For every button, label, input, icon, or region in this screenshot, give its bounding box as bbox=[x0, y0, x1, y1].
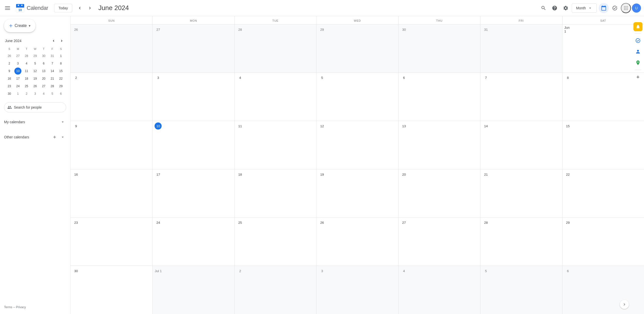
calendar-cell[interactable]: 9 bbox=[70, 121, 152, 169]
calendar-cell[interactable]: 6 bbox=[398, 73, 480, 121]
mini-day[interactable]: 12 bbox=[31, 68, 39, 75]
calendar-date[interactable]: 22 bbox=[564, 171, 571, 178]
mini-day[interactable]: 26 bbox=[6, 52, 13, 59]
calendar-cell[interactable]: 18 bbox=[234, 169, 316, 217]
mini-day[interactable]: 28 bbox=[23, 52, 30, 59]
calendar-cell[interactable]: 23 bbox=[70, 218, 152, 266]
calendar-cell[interactable]: 28 bbox=[234, 24, 316, 73]
calendar-date[interactable]: 26 bbox=[318, 219, 326, 226]
calendar-date[interactable]: 21 bbox=[482, 171, 489, 178]
mini-day[interactable]: 28 bbox=[49, 83, 56, 90]
calendar-cell[interactable]: 12 bbox=[316, 121, 398, 169]
side-contacts-icon[interactable] bbox=[633, 47, 643, 57]
mini-day[interactable]: 25 bbox=[23, 83, 30, 90]
calendar-date[interactable]: 23 bbox=[73, 219, 80, 226]
calendar-date[interactable]: 7 bbox=[482, 74, 489, 81]
calendar-date[interactable]: 27 bbox=[401, 219, 408, 226]
calendar-cell[interactable]: 4 bbox=[234, 73, 316, 121]
mini-day[interactable]: 29 bbox=[31, 52, 39, 59]
mini-day[interactable]: 11 bbox=[23, 68, 30, 75]
calendar-date[interactable]: 18 bbox=[237, 171, 244, 178]
mini-day[interactable]: 4 bbox=[40, 90, 47, 97]
mini-day[interactable]: 17 bbox=[14, 75, 21, 82]
calendar-date[interactable]: 24 bbox=[155, 219, 162, 226]
calendar-cell[interactable]: 22 bbox=[562, 169, 644, 217]
google-apps-button[interactable] bbox=[621, 3, 631, 13]
today-button[interactable]: Today bbox=[54, 4, 72, 12]
search-button[interactable] bbox=[539, 3, 549, 13]
mini-day[interactable]: 6 bbox=[40, 60, 47, 67]
calendar-date[interactable]: 20 bbox=[401, 171, 408, 178]
calendar-cell[interactable]: 20 bbox=[398, 169, 480, 217]
mini-day[interactable]: 5 bbox=[31, 60, 39, 67]
mini-day[interactable]: 14 bbox=[49, 68, 56, 75]
menu-button[interactable] bbox=[3, 4, 12, 12]
calendar-cell[interactable]: Jul 1 bbox=[152, 266, 234, 314]
mini-day[interactable]: 15 bbox=[57, 68, 64, 75]
avatar[interactable]: U bbox=[632, 4, 641, 13]
calendar-date[interactable]: 4 bbox=[401, 267, 408, 274]
create-button[interactable]: + Create ▾ bbox=[4, 19, 35, 32]
calendar-date[interactable]: 25 bbox=[237, 219, 244, 226]
mini-day[interactable]: 10 bbox=[14, 68, 21, 75]
calendar-cell[interactable]: 7 bbox=[480, 73, 562, 121]
calendar-date[interactable]: 30 bbox=[73, 267, 80, 274]
calendar-cell[interactable]: 2 bbox=[234, 266, 316, 314]
mini-day[interactable]: 6 bbox=[57, 90, 64, 97]
mini-day[interactable]: 20 bbox=[40, 75, 47, 82]
terms-link[interactable]: Terms bbox=[4, 305, 12, 309]
mini-day[interactable]: 21 bbox=[49, 75, 56, 82]
calendar-cell[interactable]: 5 bbox=[316, 73, 398, 121]
calendar-cell[interactable]: 17 bbox=[152, 169, 234, 217]
mini-day[interactable]: 3 bbox=[14, 60, 21, 67]
calendar-date[interactable]: 28 bbox=[482, 219, 489, 226]
mini-day[interactable]: 2 bbox=[6, 60, 13, 67]
calendar-cell[interactable]: 11 bbox=[234, 121, 316, 169]
calendar-date[interactable]: 4 bbox=[237, 74, 244, 81]
mini-day[interactable]: 19 bbox=[31, 75, 39, 82]
calendar-cell[interactable]: 10 bbox=[152, 121, 234, 169]
calendar-date[interactable]: 29 bbox=[318, 26, 326, 33]
calendar-date[interactable]: 15 bbox=[564, 122, 571, 130]
mini-day[interactable]: 16 bbox=[6, 75, 13, 82]
calendar-view-button[interactable] bbox=[599, 3, 609, 13]
calendar-cell[interactable]: 26 bbox=[70, 24, 152, 73]
calendar-date[interactable]: 2 bbox=[73, 74, 80, 81]
calendar-date[interactable]: 17 bbox=[155, 171, 162, 178]
calendar-date[interactable]: Jun 1 bbox=[564, 26, 571, 33]
mini-day[interactable]: 7 bbox=[49, 60, 56, 67]
calendar-cell[interactable]: 31 bbox=[480, 24, 562, 73]
my-calendars-collapse-button[interactable] bbox=[59, 118, 66, 125]
calendar-cell[interactable]: 28 bbox=[480, 218, 562, 266]
prev-month-button[interactable] bbox=[75, 4, 84, 13]
side-notification-icon[interactable] bbox=[633, 22, 642, 31]
calendar-cell[interactable]: 2 bbox=[70, 73, 152, 121]
mini-day[interactable]: 1 bbox=[57, 52, 64, 59]
mini-day[interactable]: 27 bbox=[40, 83, 47, 90]
calendar-date[interactable]: 19 bbox=[318, 171, 326, 178]
mini-day[interactable]: 18 bbox=[23, 75, 30, 82]
calendar-cell[interactable]: 4 bbox=[398, 266, 480, 314]
mini-day[interactable]: 30 bbox=[6, 90, 13, 97]
mini-day[interactable]: 23 bbox=[6, 83, 13, 90]
mini-day[interactable]: 1 bbox=[14, 90, 21, 97]
calendar-cell[interactable]: 27 bbox=[398, 218, 480, 266]
calendar-cell[interactable]: 29 bbox=[562, 218, 644, 266]
calendar-date[interactable]: 3 bbox=[155, 74, 162, 81]
calendar-cell[interactable]: 21 bbox=[480, 169, 562, 217]
people-search[interactable]: Search for people bbox=[4, 102, 66, 112]
mini-day[interactable]: 29 bbox=[57, 83, 64, 90]
calendar-date[interactable]: 12 bbox=[318, 122, 326, 130]
calendar-date[interactable]: 28 bbox=[237, 26, 244, 33]
calendar-date[interactable]: 10 bbox=[155, 122, 162, 130]
calendar-cell[interactable]: 25 bbox=[234, 218, 316, 266]
mini-day[interactable]: 2 bbox=[23, 90, 30, 97]
calendar-cell[interactable]: 3 bbox=[152, 73, 234, 121]
mini-day[interactable]: 5 bbox=[49, 90, 56, 97]
help-button[interactable] bbox=[550, 3, 560, 13]
calendar-cell[interactable]: 3 bbox=[316, 266, 398, 314]
calendar-date[interactable]: 8 bbox=[564, 74, 571, 81]
tasks-view-button[interactable] bbox=[610, 3, 620, 13]
other-calendars-collapse-button[interactable] bbox=[59, 134, 66, 141]
calendar-date[interactable]: 6 bbox=[401, 74, 408, 81]
